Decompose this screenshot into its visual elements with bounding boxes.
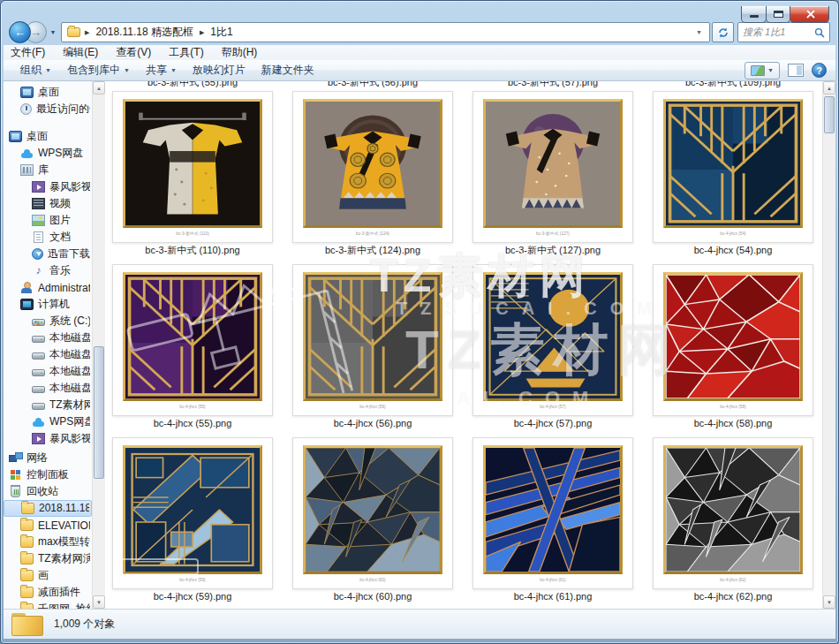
file-thumbnail-card[interactable]: bc-4-jhcx (60) xyxy=(292,437,453,589)
address-dropdown-button[interactable]: ▼ xyxy=(692,29,707,35)
file-thumbnail-card[interactable]: bc-4-jhcx (61) xyxy=(472,437,633,589)
file-name[interactable]: bc-3-新中式 (57).png xyxy=(472,81,633,91)
sidebar-item[interactable]: 系统 (C:) xyxy=(4,313,92,330)
scrollbar-thumb[interactable] xyxy=(824,96,835,133)
sidebar-item[interactable]: 千图网_抢红 xyxy=(4,601,92,609)
history-dropdown-button[interactable]: ▼ xyxy=(47,29,59,35)
sidebar-item[interactable]: 计算机 xyxy=(4,296,92,313)
file-item[interactable]: bc-4-jhcx (56)bc-4-jhcx (56).png xyxy=(292,264,453,432)
sidebar-item[interactable]: ♪音乐 xyxy=(4,262,92,279)
sidebar-item[interactable]: 网络 xyxy=(4,450,92,466)
toolbar-button[interactable]: 新建文件夹 xyxy=(253,61,322,80)
sidebar-item[interactable]: 暴风影视库 xyxy=(4,430,92,447)
sidebar-item[interactable]: WPS网盘 xyxy=(4,413,92,430)
sidebar-item[interactable]: 图片 xyxy=(4,212,92,229)
sidebar-item[interactable]: 迅雷下载 xyxy=(4,246,92,262)
sidebar-item[interactable]: 暴风影视库 xyxy=(4,178,92,195)
file-name[interactable]: bc-4-jhcx (55).png xyxy=(112,416,273,432)
file-name[interactable]: bc-3-新中式 (56).png xyxy=(292,81,453,91)
sidebar-item[interactable]: TZ素材网 ( xyxy=(4,397,92,413)
file-name[interactable]: bc-4-jhcx (61).png xyxy=(472,589,633,605)
sidebar-item[interactable]: 本地磁盘 (G xyxy=(4,380,92,397)
toolbar-button[interactable]: 共享▼ xyxy=(138,61,185,80)
file-item[interactable]: bc-4-jhcx (62)bc-4-jhcx (62).png xyxy=(653,437,813,605)
toolbar-button[interactable]: 包含到库中▼ xyxy=(59,61,138,80)
sidebar-item[interactable]: 桌面 xyxy=(4,128,92,145)
menu-item[interactable]: 工具(T) xyxy=(169,45,203,60)
file-thumbnail-card[interactable]: bc-3-新中式 (124) xyxy=(292,91,453,243)
toolbar-button[interactable]: 放映幻灯片 xyxy=(185,61,253,80)
menu-item[interactable]: 编辑(E) xyxy=(63,45,98,60)
main-scrollbar[interactable]: ▲ ▼ xyxy=(822,81,835,609)
sidebar-scrollbar[interactable]: ▲ ▼ xyxy=(92,81,105,609)
menu-item[interactable]: 查看(V) xyxy=(116,45,151,60)
file-name[interactable]: bc-4-jhcx (56).png xyxy=(292,416,453,432)
file-name[interactable]: bc-4-jhcx (59).png xyxy=(112,589,273,605)
sidebar-item[interactable]: ELEVATION xyxy=(4,517,92,534)
file-thumbnail-card[interactable]: bc-4-jhcx (55) xyxy=(112,264,273,416)
sidebar-item[interactable]: 本地磁盘 (D xyxy=(4,330,92,346)
scroll-up-button[interactable]: ▲ xyxy=(823,81,835,95)
sidebar-item[interactable]: 本地磁盘 (E xyxy=(4,346,92,363)
scroll-down-button[interactable]: ▼ xyxy=(823,595,835,609)
minimize-button[interactable] xyxy=(741,6,767,23)
file-name[interactable]: bc-3-新中式 (109).png xyxy=(653,81,813,91)
menu-item[interactable]: 帮助(H) xyxy=(222,45,258,60)
search-input[interactable]: 搜索 1比1 xyxy=(743,26,814,39)
refresh-button[interactable] xyxy=(712,22,734,42)
file-thumbnail-card[interactable]: bc-4-jhcx (54) xyxy=(653,91,813,243)
search-box[interactable]: 搜索 1比1 xyxy=(737,22,830,42)
breadcrumb-segment[interactable]: 1比1 xyxy=(206,25,237,40)
file-thumbnail-card[interactable]: bc-4-jhcx (62) xyxy=(653,437,813,589)
file-name[interactable]: bc-3-新中式 (55).png xyxy=(112,81,273,91)
change-view-button[interactable]: ▼ xyxy=(745,62,780,80)
file-item[interactable]: bc-3-新中式 (124)bc-3-新中式 (124).png xyxy=(292,91,453,259)
sidebar-item[interactable]: 最近访问的位 xyxy=(4,101,92,117)
file-thumbnail-card[interactable]: bc-4-jhcx (59) xyxy=(112,437,273,589)
file-name[interactable]: bc-4-jhcx (62).png xyxy=(653,589,813,605)
file-item[interactable]: bc-3-新中式 (110)bc-3-新中式 (110).png xyxy=(112,91,273,259)
sidebar-item[interactable]: WPS网盘 xyxy=(4,145,92,162)
file-name[interactable]: bc-3-新中式 (127).png xyxy=(472,243,633,259)
file-name[interactable]: bc-4-jhcx (57).png xyxy=(472,416,633,432)
sidebar-item[interactable]: 桌面 xyxy=(4,84,92,101)
back-button[interactable]: ← xyxy=(9,21,31,43)
file-name[interactable]: bc-3-新中式 (124).png xyxy=(292,243,453,259)
file-item[interactable]: bc-4-jhcx (58)bc-4-jhcx (58).png xyxy=(653,264,813,432)
sidebar-item[interactable]: TZ素材网演示 xyxy=(4,550,92,567)
scroll-down-button[interactable]: ▼ xyxy=(93,595,105,609)
file-name[interactable]: bc-4-jhcx (60).png xyxy=(292,589,453,605)
scrollbar-thumb[interactable] xyxy=(94,346,104,479)
sidebar-item[interactable]: 控制面板 xyxy=(4,466,92,483)
sidebar-item[interactable]: 本地磁盘 (F xyxy=(4,363,92,380)
breadcrumb-segment[interactable]: 2018.11.18 精选配框 xyxy=(91,25,198,40)
file-item[interactable]: bc-4-jhcx (57)bc-4-jhcx (57).png xyxy=(472,264,633,432)
file-item[interactable]: bc-4-jhcx (59)bc-4-jhcx (59).png xyxy=(112,437,273,605)
sidebar-item[interactable]: 回收站 xyxy=(4,483,92,500)
toolbar-button[interactable]: 组织▼ xyxy=(12,61,59,80)
help-button[interactable]: ? xyxy=(812,63,827,78)
sidebar-item[interactable]: max模型转S xyxy=(4,534,92,550)
file-item[interactable]: bc-4-jhcx (55)bc-4-jhcx (55).png xyxy=(112,264,273,432)
file-item[interactable]: bc-4-jhcx (60)bc-4-jhcx (60).png xyxy=(292,437,453,605)
file-thumbnail-card[interactable]: bc-4-jhcx (57) xyxy=(472,264,633,416)
close-button[interactable] xyxy=(790,6,829,23)
file-thumbnail-card[interactable]: bc-3-新中式 (110) xyxy=(112,91,273,243)
sidebar-item[interactable]: 减面插件 xyxy=(4,584,92,601)
menu-item[interactable]: 文件(F) xyxy=(11,45,45,60)
file-item[interactable]: bc-4-jhcx (54)bc-4-jhcx (54).png xyxy=(653,91,813,259)
sidebar-item[interactable]: 文档 xyxy=(4,229,92,246)
sidebar-item[interactable]: Administrato xyxy=(4,279,92,296)
file-thumbnail-card[interactable]: bc-4-jhcx (58) xyxy=(653,264,813,416)
maximize-button[interactable] xyxy=(766,6,790,23)
sidebar-item[interactable]: 库 xyxy=(4,162,92,178)
sidebar-item[interactable]: 2018.11.18 精 xyxy=(4,500,92,517)
preview-pane-button[interactable] xyxy=(788,64,804,77)
file-thumbnail-card[interactable]: bc-4-jhcx (56) xyxy=(292,264,453,416)
file-item[interactable]: bc-3-新中式 (127)bc-3-新中式 (127).png xyxy=(472,91,633,259)
file-item[interactable]: bc-4-jhcx (61)bc-4-jhcx (61).png xyxy=(472,437,633,605)
scroll-up-button[interactable]: ▲ xyxy=(93,81,105,95)
sidebar-item[interactable]: 画 xyxy=(4,567,92,584)
file-name[interactable]: bc-3-新中式 (110).png xyxy=(112,243,273,259)
file-thumbnail-card[interactable]: bc-3-新中式 (127) xyxy=(472,91,633,243)
